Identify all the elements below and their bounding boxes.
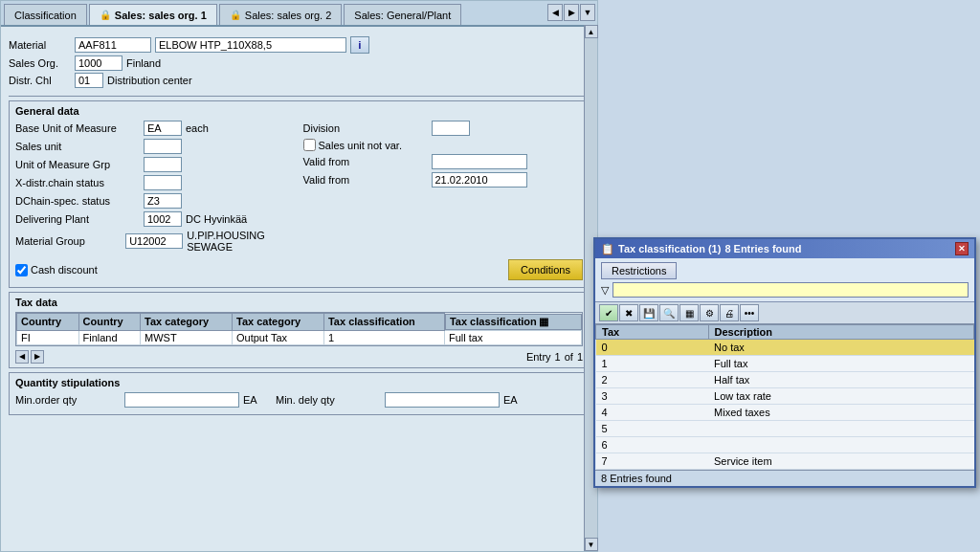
base-uom-input[interactable]: [144, 121, 182, 136]
dchain-status-input[interactable]: [144, 193, 182, 209]
popup-subtitle: 8 Entries found: [724, 243, 801, 254]
sales-unit-var-text: Sales unit not var.: [319, 140, 402, 151]
popup-td-tax: 7: [596, 453, 709, 470]
sales-org-input[interactable]: [75, 55, 122, 71]
popup-close-button[interactable]: ✕: [955, 242, 969, 255]
entry-of: of: [565, 351, 573, 363]
table-nav-right[interactable]: ▶: [31, 350, 44, 364]
sales-unit-var-label[interactable]: Sales unit not var.: [303, 139, 402, 151]
popup-tb-x-button[interactable]: ✖: [619, 304, 638, 321]
min-order-qty-label: Min.order qty: [15, 394, 121, 406]
material-desc-input[interactable]: [155, 37, 346, 53]
conditions-button[interactable]: Conditions: [508, 259, 583, 280]
material-group-input[interactable]: [125, 233, 183, 249]
min-order-qty-unit: EA: [243, 394, 272, 406]
popup-tb-find-button[interactable]: 🔍: [659, 304, 679, 321]
popup-tb-check-button[interactable]: ✔: [599, 304, 618, 321]
valid-from-2-label: Valid from: [303, 174, 428, 186]
valid-from-1-input[interactable]: [432, 154, 527, 169]
popup-tb-grid-button[interactable]: ▦: [679, 304, 699, 321]
popup-tb-settings-button[interactable]: ⚙: [700, 304, 719, 321]
popup-table-row[interactable]: 4Mixed taxes: [596, 405, 974, 421]
material-input[interactable]: [75, 37, 151, 53]
sales-unit-input[interactable]: [144, 139, 182, 154]
filter-input[interactable]: [612, 282, 969, 298]
material-row: Material i: [9, 36, 590, 54]
popup-table-row[interactable]: 6: [596, 437, 974, 453]
min-dely-qty-unit: EA: [503, 394, 532, 406]
popup-table-row[interactable]: 0No tax: [596, 340, 974, 356]
tab-classification[interactable]: Classification: [4, 4, 87, 25]
table-row[interactable]: FI Finland MWST Output Tax 1 Full tax: [17, 330, 582, 344]
popup-icon: 📋: [601, 243, 614, 255]
popup-table-row[interactable]: 3Low tax rate: [596, 388, 974, 405]
delivering-plant-row: Delivering Plant DC Hyvinkää: [15, 211, 296, 227]
delivering-plant-text: DC Hyvinkää: [186, 213, 247, 225]
valid-from-1-row: Valid from: [303, 154, 584, 169]
popup-table-row[interactable]: 2Half tax: [596, 372, 974, 388]
delivering-plant-input[interactable]: [144, 211, 182, 227]
popup-th-desc: Description: [708, 325, 973, 340]
sales-unit-label: Sales unit: [15, 141, 140, 152]
popup-td-desc: [708, 437, 973, 453]
td-tax-class: 1: [323, 330, 444, 344]
material-group-row: Material Group U.PIP.HOUSING SEWAGE: [15, 230, 296, 253]
sales-unit-var-checkbox[interactable]: [303, 139, 316, 151]
general-data-title: General data: [15, 105, 583, 117]
material-info-button[interactable]: i: [350, 36, 369, 54]
division-row: Division: [303, 121, 584, 136]
popup-tb-more-button[interactable]: •••: [740, 304, 759, 321]
filter-icon: ▽: [601, 284, 609, 297]
popup-table-row[interactable]: 1Full tax: [596, 356, 974, 372]
table-nav-left[interactable]: ◀: [15, 350, 29, 364]
general-data-right: Division Sales unit not var. Valid from: [303, 121, 584, 255]
tax-table-wrap: Country Country Tax category Tax categor…: [15, 312, 583, 346]
valid-from-2-input[interactable]: [432, 172, 527, 188]
min-order-qty-row: Min.order qty EA Min. dely qty EA: [15, 392, 583, 408]
division-input[interactable]: [432, 121, 470, 136]
min-dely-qty-input[interactable]: [385, 392, 500, 408]
popup-td-tax: 5: [596, 421, 709, 437]
tab-navigation: ◀ ▶ ▼: [547, 4, 595, 21]
entry-current: 1: [555, 351, 561, 363]
sales-unit-row: Sales unit: [15, 139, 296, 154]
xdistr-status-input[interactable]: [144, 175, 182, 190]
popup-tb-print-button[interactable]: 🖨: [720, 304, 739, 321]
tab-menu-button[interactable]: ▼: [580, 4, 595, 21]
td-country-name: Finland: [78, 330, 141, 344]
base-uom-text: each: [186, 122, 209, 134]
popup-table-row[interactable]: 5: [596, 421, 974, 437]
restrictions-button[interactable]: Restrictions: [601, 262, 677, 279]
tab-prev-button[interactable]: ◀: [547, 4, 563, 21]
popup-td-desc: Low tax rate: [708, 388, 973, 405]
material-group-label: Material Group: [15, 235, 122, 247]
cash-discount-label[interactable]: Cash discount: [15, 264, 98, 276]
tab-next-button[interactable]: ▶: [564, 4, 579, 21]
xdistr-status-label: X-distr.chain status: [15, 177, 140, 188]
tab-general-plant[interactable]: Sales: General/Plant: [344, 4, 461, 25]
tab-sales-org-2[interactable]: 🔒 Sales: sales org. 2: [219, 4, 343, 25]
tab-sales-org-1[interactable]: 🔒 Sales: sales org. 1: [89, 4, 217, 25]
th-tax-class-desc: Tax classification ▦: [445, 314, 582, 330]
xdistr-status-row: X-distr.chain status: [15, 175, 296, 190]
popup-table-row[interactable]: 7Service item: [596, 453, 974, 470]
entry-info: Entry 1 of 1: [526, 351, 583, 363]
general-data-form: Base Unit of Measure each Sales unit Uni…: [15, 121, 583, 255]
popup-td-desc: Service item: [708, 453, 973, 470]
popup-td-tax: 4: [596, 405, 709, 421]
min-order-qty-input[interactable]: [124, 392, 239, 408]
uom-group-input[interactable]: [144, 157, 182, 172]
material-info: Material i Sales Org. Finland Distr. Chl…: [9, 33, 590, 94]
th-tax-cat-desc: Tax category: [233, 314, 324, 331]
entry-total: 1: [577, 351, 583, 363]
tax-table-settings-icon[interactable]: ▦: [539, 316, 548, 328]
cash-discount-checkbox[interactable]: [15, 264, 28, 276]
cash-discount-text: Cash discount: [31, 264, 98, 276]
cash-discount-conditions-row: Cash discount Conditions: [15, 259, 583, 280]
scroll-up-button[interactable]: ▲: [585, 25, 598, 38]
popup-tb-save-button[interactable]: 💾: [639, 304, 658, 321]
scroll-down-button[interactable]: ▼: [585, 538, 598, 551]
distr-chl-input[interactable]: [75, 73, 103, 88]
tab-classification-label: Classification: [14, 10, 77, 21]
sales-org-desc: Finland: [126, 57, 161, 69]
